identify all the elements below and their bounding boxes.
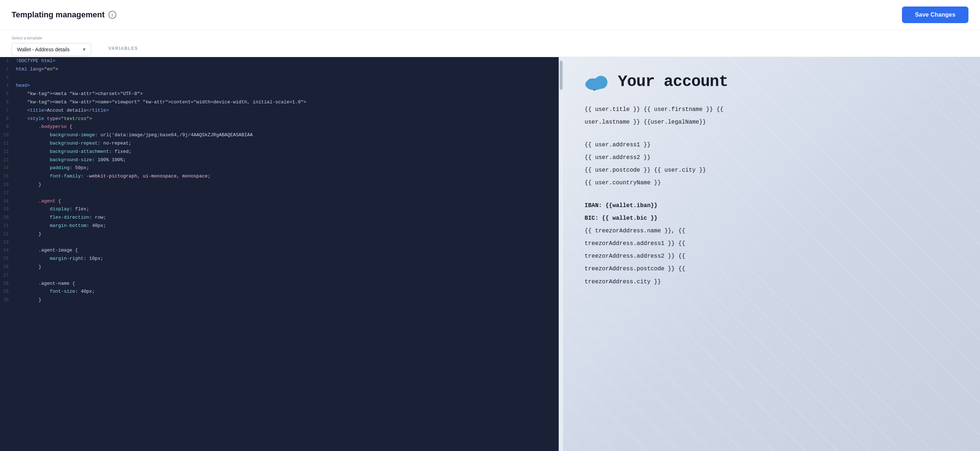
line-content: "kw-tag"><meta "kw-attr">name="viewport"… bbox=[16, 99, 553, 106]
code-line: 15 font-family: -webkit-pictograph, ui-m… bbox=[0, 172, 558, 181]
line-content: background-repeat: no-repeat; bbox=[16, 140, 553, 147]
preview-line: {{ user.countryName }} bbox=[585, 178, 958, 188]
line-number: 30 bbox=[0, 296, 16, 304]
line-number: 18 bbox=[0, 198, 16, 205]
line-number: 10 bbox=[0, 132, 16, 139]
line-content: html lang="en"> bbox=[16, 66, 553, 73]
line-content: margin-right: 10px; bbox=[16, 255, 553, 263]
code-line: 10 background-image: url('data:image/jpe… bbox=[0, 131, 558, 140]
save-button[interactable]: Save Changes bbox=[902, 6, 969, 23]
line-number: 17 bbox=[0, 190, 16, 197]
line-content: padding: 50px; bbox=[16, 164, 553, 172]
preview-line: treezorAddress.address2 }} {{ bbox=[585, 252, 958, 261]
line-number: 5 bbox=[0, 90, 16, 97]
variables-tab[interactable]: VARIABLES bbox=[103, 42, 144, 57]
line-content: head> bbox=[16, 82, 553, 89]
line-number: 1 bbox=[0, 57, 16, 65]
code-line: 18 .agent { bbox=[0, 197, 558, 206]
svg-point-2 bbox=[595, 76, 608, 89]
page-title: Templating management bbox=[11, 10, 105, 19]
line-number: 14 bbox=[0, 164, 16, 172]
line-number: 25 bbox=[0, 255, 16, 262]
line-number: 9 bbox=[0, 123, 16, 131]
line-content: } bbox=[16, 181, 553, 189]
code-line: 4head> bbox=[0, 82, 558, 90]
code-line: 2html lang="en"> bbox=[0, 65, 558, 74]
preview-line: {{ treezorAddress.name }}, {{ bbox=[585, 226, 958, 236]
preview-line: treezorAddress.postcode }} {{ bbox=[585, 264, 958, 274]
line-content: margin-bottom: 40px; bbox=[16, 222, 553, 230]
line-number: 11 bbox=[0, 140, 16, 147]
code-editor[interactable]: 1!DOCTYPE html>2html lang="en">3 4head>5… bbox=[0, 57, 558, 451]
header: Templating management i Save Changes bbox=[0, 0, 980, 30]
preview-line: BIC: {{ wallet.bic }} bbox=[585, 214, 958, 223]
line-content: display: flex; bbox=[16, 206, 553, 213]
preview-panel: Your account {{ user.title }} {{ user.fi… bbox=[563, 57, 980, 451]
line-content bbox=[16, 239, 553, 247]
code-line: 30 } bbox=[0, 296, 558, 304]
info-icon[interactable]: i bbox=[108, 11, 116, 19]
line-number: 8 bbox=[0, 115, 16, 123]
line-content: font-size: 40px; bbox=[16, 288, 553, 296]
header-left: Templating management i bbox=[11, 10, 116, 19]
template-select[interactable]: Wallet - Address details ▼ bbox=[11, 43, 91, 56]
preview-line: {{ user.address2 }} bbox=[585, 153, 958, 163]
code-line: 29 font-size: 40px; bbox=[0, 288, 558, 296]
line-number: 22 bbox=[0, 231, 16, 238]
scrollbar-thumb[interactable] bbox=[560, 61, 563, 89]
line-number: 7 bbox=[0, 107, 16, 114]
code-line: 13 background-size: 100% 100%; bbox=[0, 156, 558, 164]
line-number: 19 bbox=[0, 206, 16, 213]
code-line: 7 <title>Accout details</title> bbox=[0, 107, 558, 115]
code-line: 23 bbox=[0, 239, 558, 247]
line-content: .agent-image { bbox=[16, 247, 553, 254]
template-select-wrap: Wallet - Address details ▼ VARIABLES bbox=[11, 42, 969, 57]
code-line: 3 bbox=[0, 74, 558, 82]
line-number: 3 bbox=[0, 74, 16, 81]
code-line: 27 bbox=[0, 271, 558, 280]
scrollbar-track[interactable] bbox=[558, 57, 563, 451]
code-line: 5 "kw-tag"><meta "kw-attr">charset="UTF-… bbox=[0, 90, 558, 98]
line-content: } bbox=[16, 231, 553, 238]
line-number: 15 bbox=[0, 173, 16, 180]
code-line: 16 } bbox=[0, 181, 558, 189]
line-number: 29 bbox=[0, 288, 16, 295]
line-content bbox=[16, 272, 553, 279]
line-number: 23 bbox=[0, 239, 16, 246]
line-content bbox=[16, 74, 553, 82]
preview-line: user.lastname }} {{user.legalName}} bbox=[585, 118, 958, 127]
line-content: !DOCTYPE html> bbox=[16, 57, 553, 65]
code-line: 20 flex-direction: row; bbox=[0, 214, 558, 222]
toolbar: Select a template Wallet - Address detai… bbox=[0, 30, 980, 57]
svg-point-3 bbox=[593, 89, 595, 91]
cloud-icon bbox=[585, 72, 611, 92]
code-line: 17 bbox=[0, 189, 558, 197]
code-line: 1!DOCTYPE html> bbox=[0, 57, 558, 65]
select-label: Select a template bbox=[11, 36, 969, 40]
line-content: "kw-tag"><meta "kw-attr">charset="UTF-8"… bbox=[16, 90, 553, 98]
main-area: 1!DOCTYPE html>2html lang="en">3 4head>5… bbox=[0, 57, 980, 451]
line-number: 26 bbox=[0, 263, 16, 271]
preview-line: {{ user.title }} {{ user.firstname }} {{ bbox=[585, 105, 958, 115]
preview-title: Your account bbox=[618, 73, 728, 91]
line-content: background-attachment: fixed; bbox=[16, 148, 553, 156]
line-number: 2 bbox=[0, 66, 16, 73]
preview-header: Your account bbox=[585, 72, 958, 92]
code-line: 14 padding: 50px; bbox=[0, 164, 558, 172]
line-number: 20 bbox=[0, 214, 16, 221]
preview-line: IBAN: {{wallet.iban}} bbox=[585, 201, 958, 211]
line-content: <style type="text/css"> bbox=[16, 115, 553, 123]
code-line: 12 background-attachment: fixed; bbox=[0, 148, 558, 156]
code-line: 19 display: flex; bbox=[0, 205, 558, 214]
line-content: .agent-name { bbox=[16, 280, 553, 288]
preview-content: Your account {{ user.title }} {{ user.fi… bbox=[585, 72, 958, 287]
line-number: 28 bbox=[0, 280, 16, 287]
code-line: 6 "kw-tag"><meta "kw-attr">name="viewpor… bbox=[0, 98, 558, 107]
line-content: background-size: 100% 100%; bbox=[16, 156, 553, 164]
line-number: 16 bbox=[0, 181, 16, 188]
preview-line: treezorAddress.city }} bbox=[585, 277, 958, 287]
line-number: 13 bbox=[0, 156, 16, 164]
line-content: background-image: url('data:image/jpeg;b… bbox=[16, 132, 553, 139]
code-line: 8 <style type="text/css"> bbox=[0, 115, 558, 123]
line-content: .bodyperso { bbox=[16, 123, 553, 131]
